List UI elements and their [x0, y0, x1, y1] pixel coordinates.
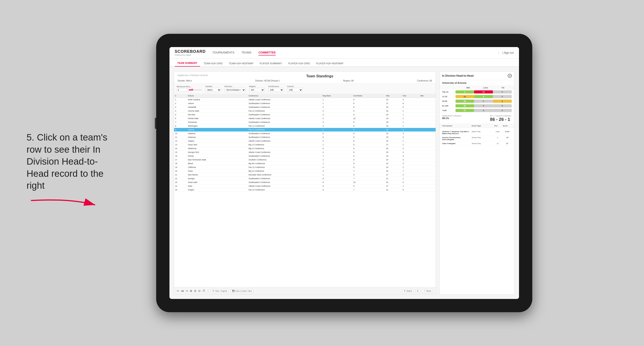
sign-out-button[interactable]: | Sign out [499, 51, 514, 54]
zoom-icon[interactable]: ⊙ [198, 289, 201, 293]
table-row[interactable]: 1 North Carolina Atlantic Coast Conferen… [174, 98, 436, 102]
table-row[interactable]: 16 Florida Southeastern Conference 7 9 2… [174, 154, 436, 158]
save-custom-btn[interactable]: 💾 Save Custom View [230, 289, 254, 293]
table-row[interactable]: 25 Oregon Pac-12 Conference 5 7 21 0 [174, 188, 436, 192]
tab-player-h2h-heatmap[interactable]: PLAYER H2H HEATMAP [314, 60, 346, 66]
h2h-loss-cell: 8 [474, 95, 493, 98]
logo-text: SCOREBOARD [175, 49, 206, 54]
cell-num: 5 [174, 113, 187, 117]
cell-conf-rank: 6 [352, 113, 385, 117]
gender-select[interactable]: Men's Women's [206, 88, 221, 92]
time-icon[interactable]: ⏱ [202, 289, 205, 293]
h2h-close-btn[interactable]: ✕ [508, 74, 512, 78]
cell-school: New Mexico [187, 173, 247, 177]
col-tournament: Tournament [442, 125, 470, 127]
cell-school: Alabama [187, 132, 247, 136]
cell-win [420, 173, 436, 177]
col-score: Score [503, 125, 512, 127]
tab-team-h2h-grid[interactable]: TEAM H2H GRID [201, 60, 225, 66]
cell-win [420, 166, 436, 169]
annotation-text: 5. Click on a team's row to see their In… [26, 132, 110, 192]
table-row[interactable]: 5 Ole Miss Southeastern Conference 3 6 1… [174, 113, 436, 117]
cell-reg-rank: 7 [322, 154, 352, 158]
school-select[interactable]: (All) [287, 88, 303, 92]
cell-school: Texas A&M [187, 180, 247, 184]
table-row[interactable]: 17 East Tennessee State Southern Confere… [174, 158, 436, 162]
nav-committee[interactable]: COMMITTEE [258, 50, 276, 55]
cell-conference: Big Ten Conference [248, 162, 322, 166]
table-row[interactable]: 3 Vanderbilt Southeastern Conference 2 8… [174, 105, 436, 109]
table-row[interactable]: 19 California Pac-12 Conference 4 8 24 2 [174, 166, 436, 169]
cell-conference: Southeastern Conference [248, 132, 322, 136]
table-row[interactable]: 18 Illinois Big Ten Conference 1 9 23 3 [174, 162, 436, 166]
table-row[interactable]: 21 New Mexico Mountain West Conference 1… [174, 173, 436, 177]
view-original-btn[interactable]: 👁 View: Original [211, 289, 229, 293]
h2h-opponents: Opponents in division: 99.1% W-L-T recor… [440, 113, 514, 124]
cell-rds: 26 [385, 109, 401, 113]
cell-conference: Pac-12 Conference [248, 188, 322, 192]
undo-icon[interactable]: ↩ [177, 289, 179, 293]
rounds-slider[interactable] [189, 89, 202, 90]
min-rounds-input[interactable] [177, 88, 188, 92]
share-btn[interactable]: ↗ Share [422, 289, 433, 293]
table-row[interactable]: 7 Tennessee Southeastern Conference 4 6 … [174, 120, 436, 124]
cell-school: Florida State [187, 117, 247, 120]
tourn-pos: 1 [494, 137, 501, 141]
tourn-name: Arizona Thunderbirds Intercollegiate [442, 137, 470, 141]
tab-player-summary[interactable]: PLAYER SUMMARY [257, 60, 285, 66]
cell-win [420, 184, 436, 188]
table-row[interactable]: 15 Georgia Tech Atlantic Coast Conferenc… [174, 151, 436, 154]
standings-tbody: 1 North Carolina Atlantic Coast Conferen… [174, 98, 436, 192]
cell-rds: 18 [385, 120, 401, 124]
cell-num: 16 [174, 154, 187, 158]
h2h-loss-cell: 3 [474, 104, 493, 107]
table-row[interactable]: 13 Texas Tech Big 12 Conference 1 9 27 2 [174, 143, 436, 147]
table-row[interactable]: 23 Texas A&M Southeastern Conference 9 1… [174, 180, 436, 184]
table-row[interactable]: 4 Arizona State Pac-12 Conference 4 6 26… [174, 109, 436, 113]
table-row[interactable]: 20 Texas Big 12 Conference 3 7 20 7 [174, 169, 436, 173]
tablet-frame: SCOREBOARD Powered by clippd TOURNAMENTS… [156, 34, 532, 312]
watch-btn[interactable]: 👁 Watch [402, 289, 414, 293]
tab-player-h2h-grid[interactable]: PLAYER H2H GRID [286, 60, 312, 66]
division-select[interactable]: NCAA Division I [224, 88, 246, 92]
region-select[interactable]: N/A [249, 88, 264, 92]
settings-btn[interactable]: ⚙ [415, 289, 420, 293]
h2h-win-header: Win [460, 87, 477, 89]
table-row[interactable]: 10 Alabama Southeastern Conference 5 8 2… [174, 132, 436, 136]
conference-select[interactable]: (All) [268, 88, 284, 92]
step-back-icon[interactable]: ⏮ [181, 289, 184, 293]
table-row[interactable]: 14 Oklahoma Big 12 Conference 6 9 26 2 [174, 147, 436, 151]
nav-teams[interactable]: TEAMS [242, 50, 252, 55]
table-row[interactable]: 22 Georgia Southeastern Conference 8 7 2… [174, 177, 436, 180]
remove-icon[interactable]: ⊖ [194, 289, 196, 293]
cell-win [420, 109, 436, 113]
h2h-header: In Division Head-to-Head ✕ [440, 72, 514, 80]
redo-icon[interactable]: ↪ [186, 289, 188, 293]
cell-tour: 4 [402, 98, 420, 102]
col-conference: Conference [248, 94, 322, 98]
cell-tour: 2 [402, 166, 420, 169]
h2h-row: 11-25 11 8 0 [440, 94, 514, 99]
cell-win [420, 143, 436, 147]
table-row[interactable]: 11 Arkansas Southeastern Conference 6 8 … [174, 136, 436, 139]
cell-tour: 3 [402, 132, 420, 136]
table-row[interactable]: 2 Auburn Southeastern Conference 1 9 27 … [174, 102, 436, 105]
h2h-win-cell: 27 [456, 109, 474, 112]
filter-gender: Gender Men's Women's [206, 85, 221, 92]
tourn-score: -17 [503, 137, 512, 141]
h2h-range: Top 10 [442, 91, 456, 93]
standings-table: # School Conference Reg Rank Conf Rank R… [174, 94, 436, 192]
tab-team-h2h-heatmap[interactable]: TEAM H2H HEATMAP [226, 60, 256, 66]
tab-team-summary[interactable]: TEAM SUMMARY [175, 60, 200, 66]
nav-tournaments[interactable]: TOURNAMENTS [212, 50, 234, 55]
add-icon[interactable]: ⊕ [190, 289, 192, 293]
table-row[interactable]: 6 Florida State Atlantic Coast Conferenc… [174, 117, 436, 120]
cell-num: 9 [174, 128, 187, 132]
cell-tour: 3 [402, 162, 420, 166]
table-row[interactable]: 8 Washington Pac-12 Conference 2 8 23 1 [174, 124, 436, 128]
h2h-win-cell: 11 [456, 95, 474, 98]
table-row[interactable]: 9 Arizona Pac-12 Conference 1 8 24 1 [174, 128, 436, 132]
table-row[interactable]: 12 Virginia Atlantic Coast Conference 3 … [174, 139, 436, 143]
cell-conf-rank: 9 [352, 158, 385, 162]
table-row[interactable]: 24 Duke Atlantic Coast Conference 5 9 27… [174, 184, 436, 188]
